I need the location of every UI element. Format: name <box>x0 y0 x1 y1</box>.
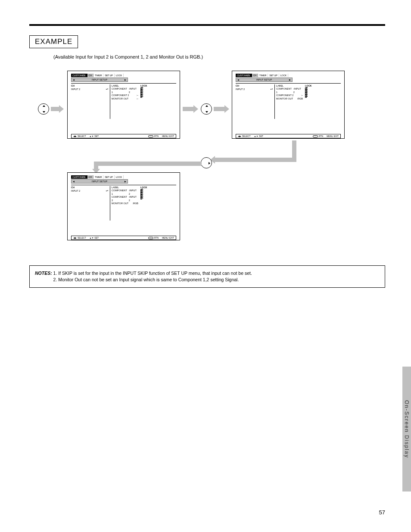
notes-line-1: 1. If SKIP is set for the input in the I… <box>53 271 252 276</box>
example-label-box: EXAMPLE <box>29 35 78 48</box>
help-bar: ◀▶ SELECT ▲▼ SET RTN MENU EXIT <box>71 134 176 138</box>
osd-screen-2: CUSTOMIZE CH TIMER SET UP LOCK ◀ INPUT S… <box>232 71 345 139</box>
tab-customize: CUSTOMIZE <box>71 74 87 77</box>
flow-diagram: CUSTOMIZE CH TIMER SET UP LOCK ◀ INPUT S… <box>29 69 385 250</box>
tab-lock: LOCK <box>115 74 124 77</box>
lock-column: LOCK <box>139 84 176 119</box>
side-tab: On-Screen Display <box>402 367 411 492</box>
connector-elbow <box>210 140 296 166</box>
tab-row: CUSTOMIZE CH TIMER SET UP LOCK <box>71 74 180 77</box>
tab-ch: CH <box>87 74 94 77</box>
page-rule <box>29 24 385 26</box>
subtab-label: INPUT SETUP <box>92 78 107 81</box>
label-column: LABEL COMPONENT 1:INPUT 2 COMPONENT 2:– … <box>110 84 139 119</box>
tab-timer: TIMER <box>93 74 103 77</box>
joypad-updown-icon <box>201 103 212 115</box>
notes-line-2: 2. Monitor Out can not be set an Input s… <box>53 277 239 282</box>
osd-screen-3: CUSTOMIZE CH TIMER SET UP LOCK ◀ INPUT S… <box>67 172 180 240</box>
osd-screen-1: CUSTOMIZE CH TIMER SET UP LOCK ◀ INPUT S… <box>67 71 180 139</box>
arrow-icon <box>51 107 59 111</box>
notes-lead: NOTES: <box>35 271 52 276</box>
ch-column: CH INPUT 2▲▼ <box>71 84 110 119</box>
arrow-icon <box>214 107 225 111</box>
example-label: EXAMPLE <box>35 37 72 46</box>
joypad-right-icon <box>201 157 212 168</box>
joypad-updown-icon <box>38 103 49 115</box>
lock-icon <box>140 96 142 98</box>
page-number: 57 <box>379 509 385 516</box>
example-description: (Available Input for Input 2 is Componen… <box>53 54 385 59</box>
notes-box: NOTES: 1. If SKIP is set for the input i… <box>29 265 385 288</box>
subtab-input-setup: ◀ INPUT SETUP ▶ <box>71 78 128 82</box>
tab-setup: SET UP <box>103 74 115 77</box>
arrow-icon <box>183 107 194 111</box>
